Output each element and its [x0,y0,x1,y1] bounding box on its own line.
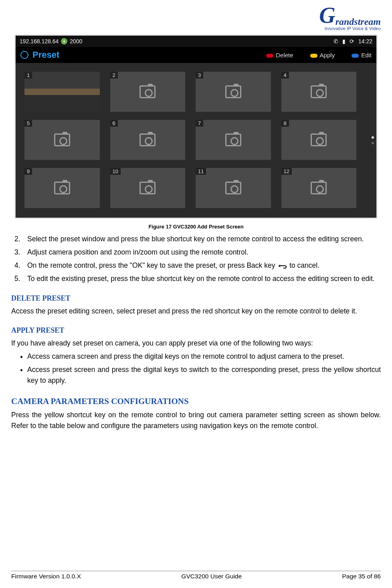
camera-icon [139,182,156,194]
preset-tile-12[interactable]: 12 [281,168,357,208]
preset-grid: 1 2 3 4 5 6 7 8 9 10 11 12 [16,63,369,218]
footer-title: GVC3200 User Guide [181,573,242,580]
presence-icon: ✶ [61,38,67,44]
status-bar: 192.168.128.64 ✶ 2000 ✆ ▮ ⟳ 14:22 [16,36,376,47]
preset-ring-icon [20,51,28,59]
page-footer: Firmware Version 1.0.0.X GVC3200 User Gu… [11,571,381,580]
logo-g-icon: G [319,4,335,26]
camera-icon [311,133,327,146]
preset-tile-7[interactable]: 7 [196,120,271,160]
apply-bullet-2: Access preset screen and press the digit… [27,364,381,386]
apply-bullet-1: Access camera screen and press the digit… [27,351,381,362]
camera-icon [139,85,156,98]
delete-action[interactable]: Delete [266,52,293,59]
edit-action[interactable]: Edit [352,52,372,59]
preset-tile-5[interactable]: 5 [24,120,100,160]
footer-page: Page 35 of 86 [342,573,381,580]
pager-dot [372,142,374,144]
step-4: On the remote control, press the "OK" ke… [27,260,381,271]
pager-dot-active [372,136,374,139]
camera-icon [54,182,70,194]
preset-tile-4[interactable]: 4 [281,72,357,112]
red-pill-icon [266,54,273,58]
camera-icon [225,133,241,146]
camera-icon [311,85,327,98]
camera-params-heading: CAMERA PARAMETERS CONFIGURATIONS [11,396,381,406]
apply-preset-list: Access camera screen and press the digit… [11,351,381,386]
step-3: Adjust camera position and zoom in/zoom … [27,247,381,258]
logo-text: randstream [335,16,381,27]
step-2: Select the preset window and press the b… [27,234,381,244]
preset-tile-8[interactable]: 8 [281,120,357,160]
camera-icon [311,182,327,194]
delete-preset-text: Access the preset editing screen, select… [11,306,381,317]
yellow-pill-icon [310,54,317,58]
preset-tile-3[interactable]: 3 [196,72,271,112]
logo-tagline: Innovative IP Voice & Video [319,26,381,31]
preset-tile-2[interactable]: 2 [110,72,186,112]
figure-caption: Figure 17 GVC3200 Add Preset Screen [11,224,381,230]
camera-icon [54,133,70,146]
brand-logo: Grandstream Innovative IP Voice & Video [319,4,381,31]
camera-params-text: Press the yellow shortcut key on the rem… [11,410,381,431]
phone-icon: ✆ [333,38,338,44]
status-ip: 192.168.128.64 [20,38,59,44]
camera-icon [225,182,241,194]
apply-action[interactable]: Apply [310,52,335,59]
status-time: 14:22 [358,38,372,44]
preset-title: Preset [32,50,59,60]
preset-tile-6[interactable]: 6 [110,120,186,160]
page-indicator [369,63,376,218]
preset-tile-1[interactable]: 1 [24,72,100,112]
preset-screenshot: 192.168.128.64 ✶ 2000 ✆ ▮ ⟳ 14:22 Preset… [15,35,377,218]
blue-pill-icon [352,54,359,58]
camera-icon [225,85,241,98]
preset-header: Preset Delete Apply Edit [16,47,376,63]
camera-icon [139,133,156,146]
preset-tile-10[interactable]: 10 [110,168,186,208]
signal-icon: ▮ [342,38,346,44]
steps-list: Select the preset window and press the b… [11,234,381,285]
step-5: To edit the existing preset, press the b… [27,273,381,284]
status-ext: 2000 [70,38,82,44]
apply-preset-heading: APPLY PRESET [11,326,381,335]
delete-preset-heading: DELETE PRESET [11,294,381,303]
preset-tile-11[interactable]: 11 [196,168,271,208]
footer-firmware: Firmware Version 1.0.0.X [11,573,81,580]
preset-tile-9[interactable]: 9 [24,168,100,208]
sync-icon: ⟳ [350,38,354,44]
apply-preset-text: If you have already set preset on camera… [11,338,381,349]
back-key-icon [277,263,287,269]
